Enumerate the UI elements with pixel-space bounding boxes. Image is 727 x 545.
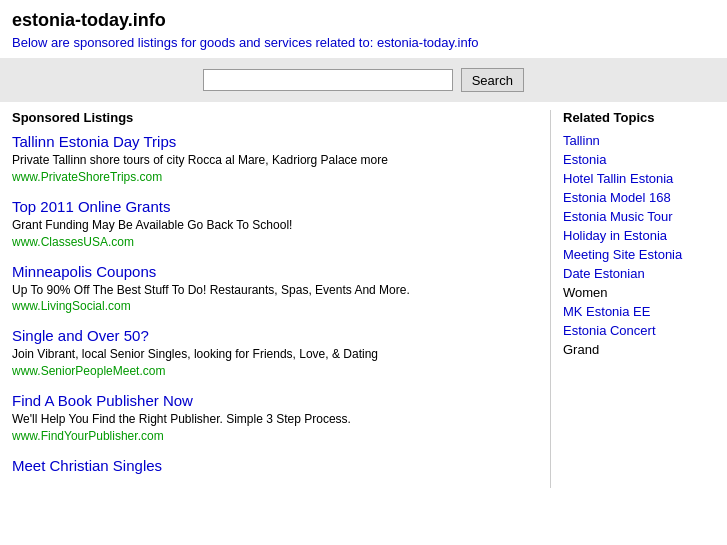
right-column: Related Topics TallinnEstoniaHotel Talli… (550, 110, 715, 488)
subtitle: Below are sponsored listings for goods a… (0, 35, 727, 58)
related-plain: Grand (563, 342, 715, 357)
related-link[interactable]: Hotel Tallin Estonia (563, 171, 715, 186)
search-bar: Search (0, 58, 727, 102)
list-item: Meet Christian Singles (12, 457, 534, 474)
related-items: TallinnEstoniaHotel Tallin EstoniaEstoni… (563, 133, 715, 357)
page-title: estonia-today.info (0, 0, 727, 35)
listing-link-5[interactable]: Meet Christian Singles (12, 457, 162, 474)
listing-url-1: www.ClassesUSA.com (12, 235, 534, 249)
related-header: Related Topics (563, 110, 715, 125)
listing-link-1[interactable]: Top 2011 Online Grants (12, 198, 170, 215)
listing-link-3[interactable]: Single and Over 50? (12, 327, 149, 344)
sponsored-header: Sponsored Listings (12, 110, 534, 125)
listing-link-0[interactable]: Tallinn Estonia Day Trips (12, 133, 176, 150)
listing-desc-1: Grant Funding May Be Available Go Back T… (12, 217, 534, 234)
search-button[interactable]: Search (461, 68, 524, 92)
listing-url-2: www.LivingSocial.com (12, 299, 534, 313)
related-link[interactable]: MK Estonia EE (563, 304, 715, 319)
related-link[interactable]: Date Estonian (563, 266, 715, 281)
listing-desc-3: Join Vibrant, local Senior Singles, look… (12, 346, 534, 363)
listing-desc-2: Up To 90% Off The Best Stuff To Do! Rest… (12, 282, 534, 299)
related-link[interactable]: Estonia Music Tour (563, 209, 715, 224)
listing-url-3: www.SeniorPeopleMeet.com (12, 364, 534, 378)
list-item: Tallinn Estonia Day Trips Private Tallin… (12, 133, 534, 184)
list-item: Minneapolis Coupons Up To 90% Off The Be… (12, 263, 534, 314)
main-layout: Sponsored Listings Tallinn Estonia Day T… (0, 110, 727, 488)
search-input[interactable] (203, 69, 453, 91)
list-item: Single and Over 50? Join Vibrant, local … (12, 327, 534, 378)
related-link[interactable]: Estonia Model 168 (563, 190, 715, 205)
listing-link-2[interactable]: Minneapolis Coupons (12, 263, 156, 280)
left-column: Sponsored Listings Tallinn Estonia Day T… (12, 110, 550, 488)
related-link[interactable]: Meeting Site Estonia (563, 247, 715, 262)
listing-link-4[interactable]: Find A Book Publisher Now (12, 392, 193, 409)
related-link[interactable]: Tallinn (563, 133, 715, 148)
listing-desc-4: We'll Help You Find the Right Publisher.… (12, 411, 534, 428)
related-link[interactable]: Estonia Concert (563, 323, 715, 338)
listing-desc-0: Private Tallinn shore tours of city Rocc… (12, 152, 534, 169)
related-link[interactable]: Holiday in Estonia (563, 228, 715, 243)
related-link[interactable]: Estonia (563, 152, 715, 167)
list-item: Top 2011 Online Grants Grant Funding May… (12, 198, 534, 249)
listing-url-4: www.FindYourPublisher.com (12, 429, 534, 443)
related-plain: Women (563, 285, 715, 300)
list-item: Find A Book Publisher Now We'll Help You… (12, 392, 534, 443)
listing-url-0: www.PrivateShoreTrips.com (12, 170, 534, 184)
